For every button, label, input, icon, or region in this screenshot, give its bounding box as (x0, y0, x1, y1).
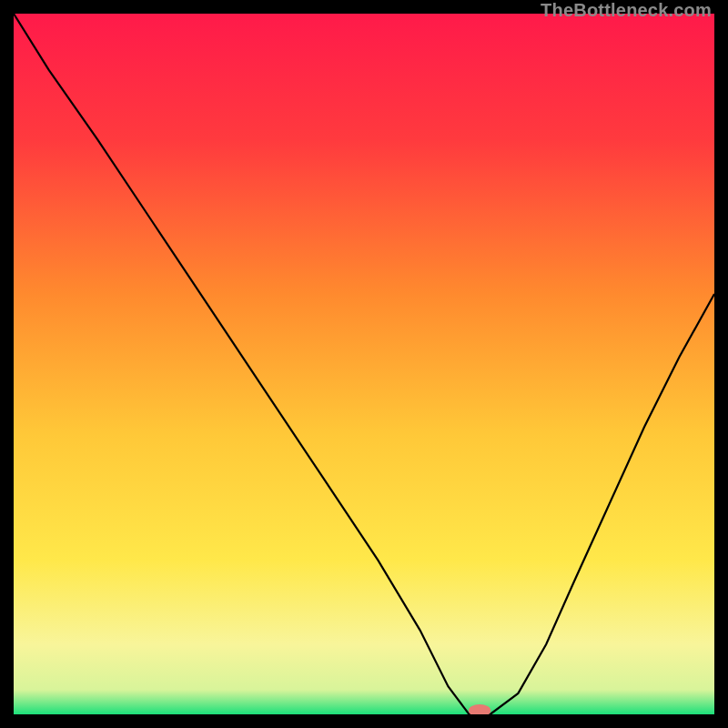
chart-frame (14, 14, 714, 714)
bottleneck-plot (14, 14, 714, 714)
watermark-text: TheBottleneck.com (541, 0, 712, 21)
gradient-background (14, 14, 714, 714)
